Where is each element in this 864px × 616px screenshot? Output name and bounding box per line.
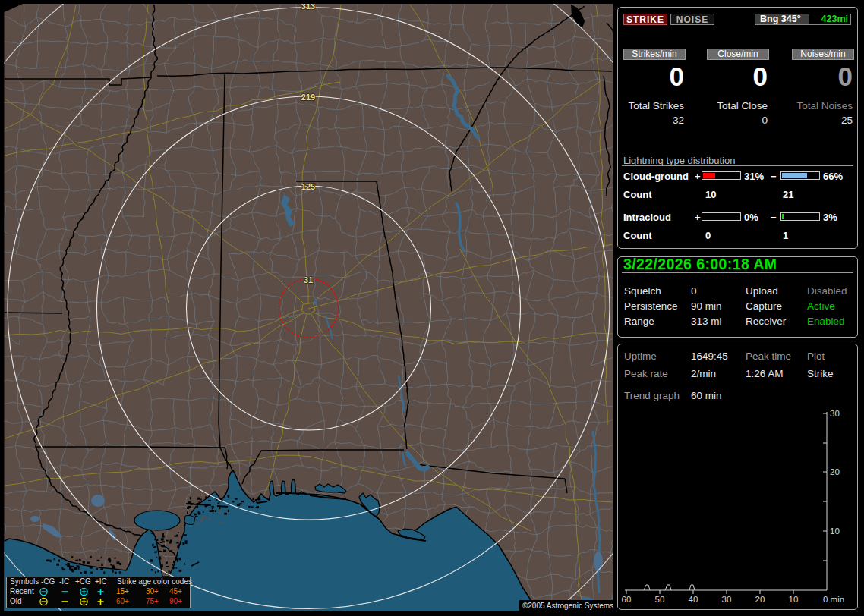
svg-text:10: 10 bbox=[830, 526, 840, 536]
svg-text:219: 219 bbox=[301, 93, 315, 102]
svg-text:30: 30 bbox=[830, 409, 840, 418]
svg-text:50: 50 bbox=[655, 595, 665, 604]
svg-text:125: 125 bbox=[301, 182, 315, 191]
svg-text:20: 20 bbox=[830, 467, 840, 476]
svg-text:20: 20 bbox=[755, 595, 765, 604]
svg-text:10: 10 bbox=[789, 595, 799, 604]
svg-text:31: 31 bbox=[304, 275, 313, 284]
svg-text:60: 60 bbox=[622, 595, 632, 604]
svg-text:30: 30 bbox=[722, 595, 732, 604]
svg-text:0 min: 0 min bbox=[823, 595, 844, 604]
svg-text:40: 40 bbox=[689, 595, 698, 604]
